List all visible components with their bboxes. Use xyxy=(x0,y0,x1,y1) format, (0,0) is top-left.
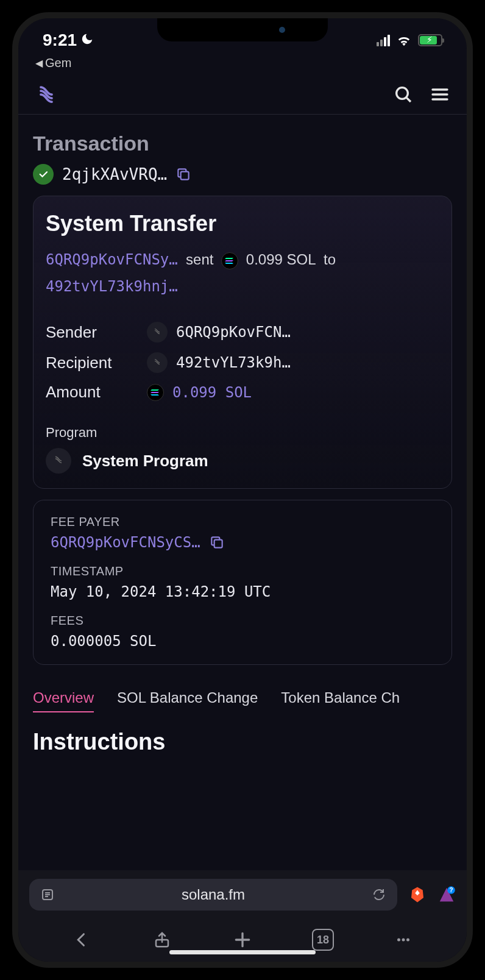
browser-chrome: solana.fm ? 18 xyxy=(18,870,467,962)
more-button[interactable] xyxy=(392,929,414,951)
program-value[interactable]: System Program xyxy=(46,448,439,474)
word-to: to xyxy=(324,251,336,268)
timestamp-label: TIMESTAMP xyxy=(51,564,434,578)
program-section: Program System Program xyxy=(46,425,439,474)
back-button[interactable] xyxy=(71,929,93,951)
wifi-icon xyxy=(396,34,412,46)
share-button[interactable] xyxy=(151,929,173,951)
new-tab-button[interactable] xyxy=(232,929,253,951)
success-check-icon xyxy=(33,164,54,185)
notch xyxy=(157,18,328,41)
program-label: Program xyxy=(46,425,439,441)
transfer-card: System Transfer 6QRQ9pKovFCNSy… sent 0.0… xyxy=(33,196,452,489)
transaction-hash[interactable]: 2qjkXAvVRQ… xyxy=(62,165,167,183)
svg-rect-1 xyxy=(181,172,189,180)
reload-icon[interactable] xyxy=(372,887,386,902)
tab-sol-balance-change[interactable]: SOL Balance Change xyxy=(117,684,258,712)
front-camera xyxy=(279,27,285,33)
instructions-title: Instructions xyxy=(33,729,452,755)
program-icon xyxy=(46,448,71,474)
transaction-hash-row: 2qjkXAvVRQ… xyxy=(33,164,452,185)
svg-text:?: ? xyxy=(449,887,453,893)
reader-mode-icon[interactable] xyxy=(40,887,55,902)
from-address-link[interactable]: 6QRQ9pKovFCNSy… xyxy=(46,251,178,268)
fee-payer-label: FEE PAYER xyxy=(51,515,434,529)
page-content: Transaction 2qjkXAvVRQ… System Transfer … xyxy=(18,115,467,870)
verb-sent: sent xyxy=(186,251,213,268)
recipient-value[interactable]: 492tvYL73k9h… xyxy=(176,354,291,371)
tabs-button[interactable]: 18 xyxy=(312,929,334,951)
fees-value: 0.000005 SOL xyxy=(51,633,434,650)
copy-icon[interactable] xyxy=(175,166,191,182)
svg-rect-2 xyxy=(214,540,222,548)
wallet-icon xyxy=(147,322,168,343)
charging-bolt-icon: ⚡︎ xyxy=(427,35,433,44)
amount-value: 0.099 SOL xyxy=(172,384,252,401)
program-name: System Program xyxy=(82,452,208,470)
fee-payer-value[interactable]: 6QRQ9pKovFCNSyCS… xyxy=(51,534,200,551)
url-text: solana.fm xyxy=(55,886,372,903)
solana-fm-logo[interactable] xyxy=(35,83,57,105)
amount-label: Amount xyxy=(46,383,137,402)
brave-icon[interactable] xyxy=(408,886,427,904)
fees-label: FEES xyxy=(51,614,434,628)
tab-token-balance-change[interactable]: Token Balance Ch xyxy=(281,684,400,712)
moon-icon xyxy=(80,30,94,50)
meta-card: FEE PAYER 6QRQ9pKovFCNSyCS… TIMESTAMP Ma… xyxy=(33,500,452,665)
sender-label: Sender xyxy=(46,323,137,342)
back-to-app-button[interactable]: ◀ Gem xyxy=(18,55,467,75)
svg-point-0 xyxy=(397,88,408,99)
detail-tabs: Overview SOL Balance Change Token Balanc… xyxy=(33,684,452,713)
recipient-label: Recipient xyxy=(46,353,137,372)
transfer-summary: 6QRQ9pKovFCNSy… sent 0.099 SOL to 492tvY… xyxy=(46,246,439,300)
sender-value[interactable]: 6QRQ9pKovFCN… xyxy=(176,324,291,341)
recipient-row: Recipient 492tvYL73k9h… xyxy=(46,347,439,378)
transfer-title: System Transfer xyxy=(46,211,439,236)
cellular-icon xyxy=(377,35,390,46)
sol-icon xyxy=(147,384,164,401)
status-time: 9:21 xyxy=(43,30,77,50)
menu-icon[interactable] xyxy=(430,85,450,104)
sender-row: Sender 6QRQ9pKovFCN… xyxy=(46,317,439,347)
search-icon[interactable] xyxy=(394,85,413,104)
wallet-icon xyxy=(147,352,168,373)
url-bar[interactable]: solana.fm xyxy=(29,879,397,911)
timestamp-value: May 10, 2024 13:42:19 UTC xyxy=(51,583,434,600)
back-app-label: Gem xyxy=(45,56,71,70)
svg-point-9 xyxy=(406,939,409,942)
copy-icon[interactable] xyxy=(209,534,225,550)
extension-icon[interactable]: ? xyxy=(437,886,456,904)
app-header xyxy=(18,75,467,115)
sol-icon xyxy=(221,252,238,269)
amount-row: Amount 0.099 SOL xyxy=(46,378,439,407)
battery-icon: ⚡︎ xyxy=(418,34,442,46)
tabs-count: 18 xyxy=(317,934,329,946)
svg-point-8 xyxy=(402,939,405,942)
svg-point-7 xyxy=(397,939,400,942)
page-title: Transaction xyxy=(33,132,452,155)
home-indicator[interactable] xyxy=(169,950,316,954)
tab-overview[interactable]: Overview xyxy=(33,684,94,712)
transfer-amount: 0.099 SOL xyxy=(246,251,316,268)
to-address-link[interactable]: 492tvYL73k9hnj… xyxy=(46,278,178,295)
chevron-left-icon: ◀ xyxy=(35,57,43,69)
